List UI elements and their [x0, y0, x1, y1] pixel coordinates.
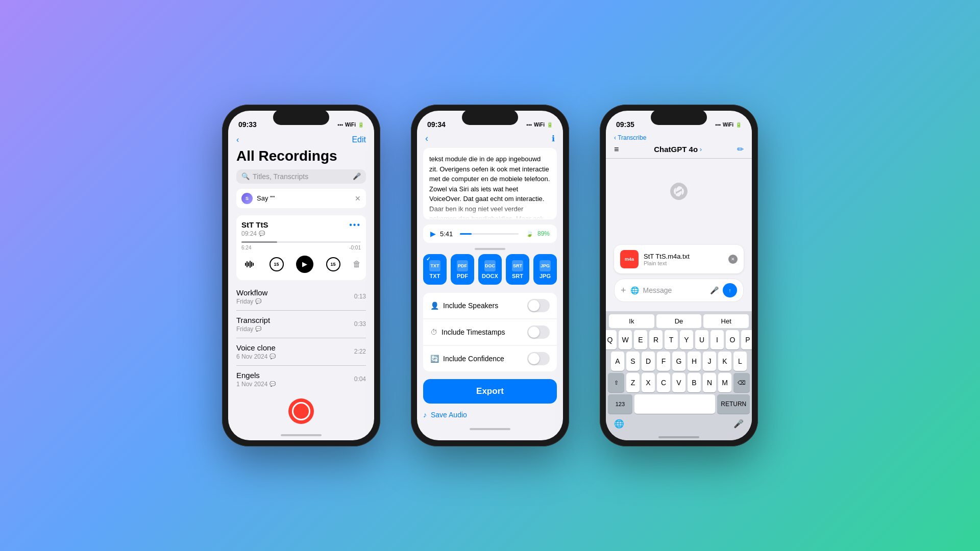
recording-name: Voice clone [236, 343, 276, 352]
key-c[interactable]: C [657, 373, 670, 392]
key-u[interactable]: U [695, 330, 708, 349]
quicktype-word-ik[interactable]: Ik [609, 314, 654, 328]
space-key[interactable] [634, 394, 716, 414]
add-attachment-button[interactable]: + [621, 285, 626, 296]
key-s[interactable]: S [626, 352, 640, 371]
format-label-docx: DOCX [482, 273, 498, 279]
p2-info-button[interactable]: ℹ [552, 134, 555, 143]
home-bar [281, 434, 322, 436]
format-label-jpg: JPG [540, 273, 551, 279]
format-btn-txt[interactable]: TXT TXT [423, 254, 447, 285]
p1-search-bar[interactable]: 🔍 Titles, Transcripts 🎤 [236, 169, 366, 184]
key-h[interactable]: H [688, 352, 701, 371]
key-d[interactable]: D [642, 352, 655, 371]
key-e[interactable]: E [634, 330, 647, 349]
recording-item-engels[interactable]: Engels 1 Nov 2024 💬 0:04 [236, 366, 366, 388]
menu-icon[interactable]: ≡ [614, 145, 619, 154]
home-bar-2 [470, 428, 510, 430]
export-button[interactable]: Export [423, 379, 557, 404]
dismiss-say-button[interactable]: ✕ [355, 194, 361, 203]
recording-row-info: Engels 1 Nov 2024 💬 [236, 371, 276, 388]
skip-forward-15-button[interactable]: 15 [326, 257, 340, 271]
playback-progress[interactable] [241, 241, 361, 243]
dynamic-island-2 [462, 110, 518, 125]
save-audio-row[interactable]: ♪ Save Audio [417, 404, 563, 426]
format-btn-pdf[interactable]: PDF PDF [451, 254, 474, 285]
voice-input-button[interactable]: 🎤 [710, 286, 719, 294]
key-m[interactable]: M [718, 373, 731, 392]
toggle-confidence-left: 🔄 Include Confidence [430, 355, 504, 363]
record-button[interactable] [288, 398, 314, 424]
file-type-icon: m4a [620, 250, 639, 268]
play-button[interactable]: ▶ [296, 256, 313, 273]
quicktype-bar: Ik De Het [608, 314, 750, 328]
chat-title-area[interactable]: ChatGPT 4o › [654, 145, 702, 154]
backspace-key[interactable]: ⌫ [733, 373, 750, 392]
active-recording-meta: 09:24 💬 [241, 230, 268, 237]
recording-item-workflow[interactable]: Workflow Friday 💬 0:13 [236, 283, 366, 311]
format-btn-docx[interactable]: DOC DOCX [478, 254, 502, 285]
key-z[interactable]: Z [626, 373, 640, 392]
timestamps-toggle[interactable] [527, 325, 550, 339]
recording-item-voiceclone[interactable]: Voice clone 6 Nov 2024 💬 2:22 [236, 338, 366, 366]
num-key[interactable]: 123 [608, 394, 632, 414]
page-title-recordings: All Recordings [236, 148, 366, 164]
key-q[interactable]: Q [606, 330, 617, 349]
message-input[interactable]: Message [643, 286, 706, 294]
toggle-speakers-left: 👤 Include Speakers [430, 302, 498, 310]
key-y[interactable]: Y [680, 330, 693, 349]
compose-button[interactable]: ✏ [737, 144, 744, 154]
record-section [228, 388, 374, 432]
skip-back-15-button[interactable]: 15 [270, 257, 284, 271]
key-l[interactable]: L [733, 352, 747, 371]
keyboard-globe-icon[interactable]: 🌐 [614, 419, 624, 429]
more-options-button[interactable]: ••• [349, 220, 361, 230]
quicktype-word-de[interactable]: De [656, 314, 702, 328]
keyboard-mic-icon[interactable]: 🎤 [733, 419, 744, 429]
player-progress-bar[interactable] [460, 233, 519, 235]
format-btn-srt[interactable]: SRT SRT [506, 254, 529, 285]
format-btn-jpg[interactable]: JPG JPG [533, 254, 557, 285]
delete-recording-button[interactable]: 🗑 [353, 260, 361, 269]
status-icons-3: ▪▪▪ WiFi 🔋 [715, 122, 742, 128]
key-f[interactable]: F [657, 352, 670, 371]
quicktype-word-het[interactable]: Het [703, 314, 749, 328]
p1-back-button[interactable]: ‹ [236, 135, 239, 144]
recording-date: 1 Nov 2024 [236, 381, 267, 388]
send-button[interactable]: ↑ [723, 283, 737, 297]
globe-icon[interactable]: 🌐 [630, 286, 639, 294]
playback-controls: 15 ▶ 15 🗑 [241, 254, 361, 275]
message-input-area[interactable]: + 🌐 Message 🎤 ↑ [614, 279, 744, 302]
key-i[interactable]: I [710, 330, 724, 349]
waveform-button[interactable] [241, 257, 257, 272]
key-o[interactable]: O [726, 330, 739, 349]
key-p[interactable]: P [741, 330, 752, 349]
battery-icon-3: 🔋 [736, 122, 742, 128]
return-key[interactable]: return [717, 394, 750, 414]
p2-play-icon[interactable]: ▶ [430, 230, 436, 238]
p1-say-bar[interactable]: S Say "" ✕ [236, 189, 366, 208]
back-to-transcribe[interactable]: ‹ Transcribe [614, 134, 646, 141]
p1-edit-button[interactable]: Edit [352, 135, 366, 144]
shift-key[interactable]: ⇧ [608, 373, 624, 392]
active-recording[interactable]: StT TtS 09:24 💬 ••• 6:24 -0:01 [236, 215, 366, 280]
key-j[interactable]: J [703, 352, 716, 371]
remove-attachment-button[interactable]: ✕ [728, 255, 738, 264]
key-n[interactable]: N [703, 373, 716, 392]
key-w[interactable]: W [619, 330, 632, 349]
key-g[interactable]: G [672, 352, 685, 371]
key-b[interactable]: B [688, 373, 701, 392]
key-t[interactable]: T [665, 330, 678, 349]
key-k[interactable]: K [718, 352, 731, 371]
recording-item-transcript[interactable]: Transcript Friday 💬 0:33 [236, 311, 366, 338]
key-x[interactable]: X [642, 373, 655, 392]
speakers-toggle[interactable] [527, 299, 550, 312]
file-attachment: m4a StT TtS.m4a.txt Plain text ✕ [614, 245, 744, 273]
key-a[interactable]: A [611, 352, 624, 371]
recording-name: Workflow [236, 288, 267, 297]
p2-player-bar[interactable]: ▶ 5:41 🍃 89% [423, 224, 557, 243]
confidence-toggle[interactable] [527, 352, 550, 365]
key-v[interactable]: V [672, 373, 685, 392]
p2-back-button[interactable]: ‹ [425, 133, 428, 144]
key-r[interactable]: R [649, 330, 663, 349]
